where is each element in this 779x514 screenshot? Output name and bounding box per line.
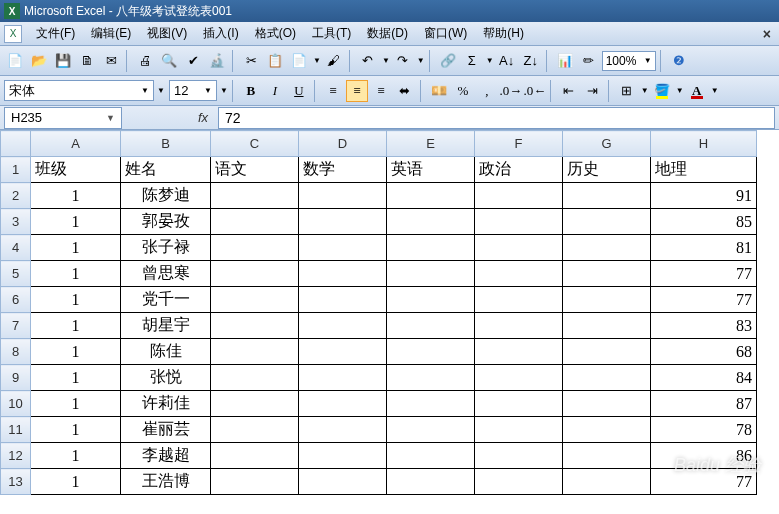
autosum-dropdown[interactable]: ▼ [486, 56, 494, 65]
cell[interactable] [563, 235, 651, 261]
redo-dropdown[interactable]: ▼ [417, 56, 425, 65]
cell[interactable]: 78 [651, 417, 757, 443]
row-header[interactable]: 4 [1, 235, 31, 261]
cell[interactable] [211, 261, 299, 287]
cell[interactable]: 郭晏孜 [121, 209, 211, 235]
fill-color-button[interactable]: 🪣 [651, 80, 673, 102]
cell[interactable]: 1 [31, 469, 121, 495]
cell[interactable] [387, 417, 475, 443]
cell[interactable] [563, 417, 651, 443]
col-header-d[interactable]: D [299, 131, 387, 157]
menu-edit[interactable]: 编辑(E) [83, 22, 139, 45]
align-right-button[interactable]: ≡ [370, 80, 392, 102]
borders-dropdown[interactable]: ▼ [641, 86, 649, 95]
close-button[interactable]: × [759, 26, 775, 42]
cell[interactable]: 陈梦迪 [121, 183, 211, 209]
row-header[interactable]: 11 [1, 417, 31, 443]
menu-help[interactable]: 帮助(H) [475, 22, 532, 45]
formula-input[interactable]: 72 [218, 107, 775, 129]
decrease-indent-button[interactable]: ⇤ [558, 80, 580, 102]
cell[interactable] [475, 365, 563, 391]
cell[interactable] [475, 469, 563, 495]
menu-format[interactable]: 格式(O) [247, 22, 304, 45]
spelling-icon[interactable]: ✔ [182, 50, 204, 72]
worksheet-grid[interactable]: A B C D E F G H 1 班级 姓名 语文 数学 英语 政治 历史 地… [0, 130, 779, 495]
font-color-dropdown[interactable]: ▼ [711, 86, 719, 95]
cell[interactable]: 87 [651, 391, 757, 417]
cell[interactable]: 曾思寒 [121, 261, 211, 287]
increase-indent-button[interactable]: ⇥ [582, 80, 604, 102]
cell[interactable] [563, 287, 651, 313]
cell[interactable]: 许莉佳 [121, 391, 211, 417]
menu-file[interactable]: 文件(F) [28, 22, 83, 45]
drawing-icon[interactable]: ✏ [578, 50, 600, 72]
cell[interactable]: 王浩博 [121, 469, 211, 495]
menu-tools[interactable]: 工具(T) [304, 22, 359, 45]
row-header[interactable]: 2 [1, 183, 31, 209]
cell[interactable]: 历史 [563, 157, 651, 183]
cell[interactable] [475, 313, 563, 339]
chart-icon[interactable]: 📊 [554, 50, 576, 72]
italic-button[interactable]: I [264, 80, 286, 102]
cell[interactable] [387, 261, 475, 287]
cell[interactable] [299, 209, 387, 235]
decrease-decimal-button[interactable]: .0← [524, 80, 546, 102]
cell[interactable]: 86 [651, 443, 757, 469]
cell[interactable] [387, 313, 475, 339]
print-icon[interactable]: 🖨 [134, 50, 156, 72]
paste-dropdown[interactable]: ▼ [313, 56, 321, 65]
align-left-button[interactable]: ≡ [322, 80, 344, 102]
cell[interactable] [563, 443, 651, 469]
undo-dropdown[interactable]: ▼ [382, 56, 390, 65]
cell[interactable]: 1 [31, 261, 121, 287]
row-header[interactable]: 10 [1, 391, 31, 417]
align-center-button[interactable]: ≡ [346, 80, 368, 102]
new-icon[interactable]: 📄 [4, 50, 26, 72]
row-header[interactable]: 5 [1, 261, 31, 287]
cell[interactable]: 张子禄 [121, 235, 211, 261]
font-name-input[interactable]: 宋体▼ [4, 80, 154, 101]
research-icon[interactable]: 🔬 [206, 50, 228, 72]
row-header[interactable]: 1 [1, 157, 31, 183]
undo-icon[interactable]: ↶ [357, 50, 379, 72]
menu-view[interactable]: 视图(V) [139, 22, 195, 45]
row-header[interactable]: 6 [1, 287, 31, 313]
cell[interactable]: 1 [31, 391, 121, 417]
col-header-h[interactable]: H [651, 131, 757, 157]
col-header-e[interactable]: E [387, 131, 475, 157]
cell[interactable] [563, 313, 651, 339]
cell[interactable]: 胡星宇 [121, 313, 211, 339]
cell[interactable] [563, 365, 651, 391]
cell[interactable] [299, 443, 387, 469]
cell[interactable]: 陈佳 [121, 339, 211, 365]
cell[interactable]: 班级 [31, 157, 121, 183]
cell[interactable]: 83 [651, 313, 757, 339]
cell[interactable] [563, 209, 651, 235]
help-icon[interactable]: ❷ [668, 50, 690, 72]
cell[interactable] [211, 183, 299, 209]
cell[interactable] [387, 209, 475, 235]
open-icon[interactable]: 📂 [28, 50, 50, 72]
menu-insert[interactable]: 插入(I) [195, 22, 246, 45]
cell[interactable] [387, 235, 475, 261]
cell[interactable]: 1 [31, 365, 121, 391]
cell[interactable] [387, 183, 475, 209]
cell[interactable] [299, 287, 387, 313]
redo-icon[interactable]: ↷ [392, 50, 414, 72]
cell[interactable] [563, 339, 651, 365]
cell[interactable] [211, 287, 299, 313]
cell[interactable] [211, 209, 299, 235]
cell[interactable] [475, 261, 563, 287]
cell[interactable] [387, 287, 475, 313]
zoom-input[interactable]: 100%▼ [602, 51, 656, 71]
cell[interactable]: 1 [31, 417, 121, 443]
row-header[interactable]: 8 [1, 339, 31, 365]
save-icon[interactable]: 💾 [52, 50, 74, 72]
cell[interactable] [211, 313, 299, 339]
print-preview-icon[interactable]: 🔍 [158, 50, 180, 72]
row-header[interactable]: 7 [1, 313, 31, 339]
cell[interactable]: 姓名 [121, 157, 211, 183]
cell[interactable] [387, 365, 475, 391]
cell[interactable] [299, 183, 387, 209]
cell[interactable] [299, 469, 387, 495]
